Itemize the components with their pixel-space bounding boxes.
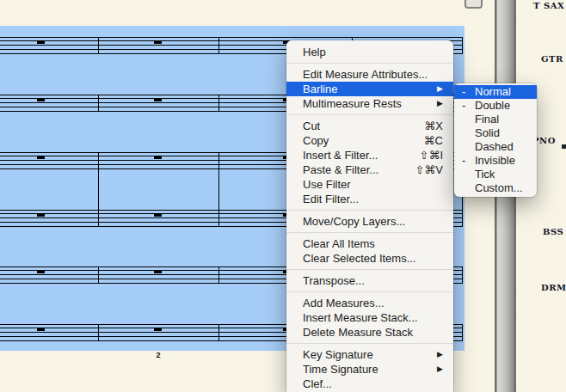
menu-item-label: Time Signature <box>303 362 428 377</box>
submenu-item-normal[interactable]: -Normal <box>454 85 537 99</box>
menu-item-label: Transpose... <box>303 273 443 288</box>
barline-state-dash: - <box>462 85 475 99</box>
menu-item-label: Clear All Items <box>303 236 443 251</box>
menu-item-edit-measure-attributes[interactable]: Edit Measure Attributes... <box>286 67 453 82</box>
menu-item-copy[interactable]: Copy⌘C <box>286 133 453 148</box>
barline-state-dash: - <box>462 154 475 168</box>
menu-separator <box>286 343 453 344</box>
menu-separator <box>286 269 453 270</box>
menu-item-shortcut: ⇧⌘I <box>419 148 443 162</box>
menu-item-label: Help <box>303 45 443 59</box>
submenu-item-solid[interactable]: Solid <box>454 126 537 140</box>
instrument-label-gtr: GTR <box>541 54 563 64</box>
menu-item-edit-filter[interactable]: Edit Filter... <box>286 192 453 206</box>
menu-item-label: Add Measures... <box>303 296 443 310</box>
menu-item-label: Key Signature <box>303 347 428 362</box>
menu-item-clef[interactable]: Clef... <box>286 377 453 391</box>
partial-control-box[interactable] <box>464 0 483 9</box>
menu-item-shortcut: ⇧⌘V <box>415 162 443 177</box>
submenu-item-invisible[interactable]: -Invisible <box>454 154 537 168</box>
submenu-item-label: Solid <box>475 126 532 140</box>
menu-item-label: Multimeasure Rests <box>303 96 428 111</box>
menu-item-label: Insert & Filter... <box>303 148 410 162</box>
instrument-label-bss: BSS <box>543 227 563 236</box>
submenu-item-label: Dashed <box>475 140 532 154</box>
menu-item-transpose[interactable]: Transpose... <box>286 273 453 288</box>
submenu-item-final[interactable]: Final <box>454 113 537 126</box>
menu-item-delete-measure-stack[interactable]: Delete Measure Stack <box>286 325 453 340</box>
menu-item-help[interactable]: Help <box>286 45 453 59</box>
menu-separator <box>286 232 453 233</box>
submenu-item-label: Final <box>475 113 532 126</box>
menu-item-label: Barline <box>303 82 428 96</box>
menu-item-time-signature[interactable]: Time Signature▶ <box>286 362 453 377</box>
menu-item-insert-filter[interactable]: Insert & Filter...⇧⌘I <box>286 148 453 162</box>
submenu-item-label: Tick <box>475 168 532 181</box>
submenu-item-label: Double <box>475 99 532 113</box>
menu-item-clear-selected-items[interactable]: Clear Selected Items... <box>286 251 453 266</box>
menu-item-shortcut: ⌘C <box>424 133 443 148</box>
menu-item-label: Delete Measure Stack <box>303 325 443 340</box>
barline-state-dash: - <box>462 99 475 113</box>
instrument-label-t-sax: T SAX <box>533 1 564 10</box>
submenu-arrow-icon: ▶ <box>437 362 443 377</box>
menu-item-clear-all-items[interactable]: Clear All Items <box>286 236 453 251</box>
submenu-item-dashed[interactable]: Dashed <box>454 140 537 154</box>
menu-item-barline[interactable]: Barline▶ <box>286 82 453 96</box>
menu-item-use-filter[interactable]: Use Filter <box>286 177 453 192</box>
menu-separator <box>286 291 453 292</box>
submenu-item-label: Normal <box>475 85 532 99</box>
menu-item-cut[interactable]: Cut⌘X <box>286 119 453 133</box>
instrument-label-drm: DRM <box>541 283 566 292</box>
menu-separator <box>286 210 453 211</box>
piano-brace: { <box>551 101 566 187</box>
menu-item-label: Clef... <box>303 377 443 391</box>
submenu-arrow-icon: ▶ <box>437 96 443 111</box>
submenu-item-custom[interactable]: Custom... <box>454 181 537 195</box>
menu-separator <box>286 63 453 64</box>
menu-item-label: Cut <box>303 119 415 133</box>
menu-item-label: Edit Measure Attributes... <box>303 67 443 82</box>
submenu-arrow-icon: ▶ <box>437 82 443 96</box>
menu-item-label: Insert Measure Stack... <box>303 310 443 325</box>
menu-item-label: Edit Filter... <box>303 192 443 206</box>
menu-item-multimeasure-rests[interactable]: Multimeasure Rests▶ <box>286 96 453 111</box>
menu-item-label: Copy <box>303 133 415 148</box>
menu-item-label: Paste & Filter... <box>303 162 406 177</box>
notation-app-window: 2 T SAXGTRPNOBSSDRM { HelpEdit Measure A… <box>0 0 566 392</box>
submenu-item-label: Custom... <box>475 181 532 195</box>
menu-item-insert-measure-stack[interactable]: Insert Measure Stack... <box>286 310 453 325</box>
menu-item-add-measures[interactable]: Add Measures... <box>286 296 453 310</box>
context-menu: HelpEdit Measure Attributes...Barline▶Mu… <box>286 40 453 392</box>
submenu-item-label: Invisible <box>475 154 532 168</box>
menu-item-shortcut: ⌘X <box>424 119 443 133</box>
submenu-item-double[interactable]: -Double <box>454 99 537 113</box>
submenu-item-tick[interactable]: Tick <box>454 168 537 181</box>
menu-item-label: Move/Copy Layers... <box>303 214 443 229</box>
menu-item-paste-filter[interactable]: Paste & Filter...⇧⌘V <box>286 162 453 177</box>
menu-item-move-copy-layers[interactable]: Move/Copy Layers... <box>286 214 453 229</box>
menu-separator <box>286 114 453 115</box>
menu-item-label: Clear Selected Items... <box>303 251 443 266</box>
submenu-arrow-icon: ▶ <box>437 347 443 362</box>
barline-submenu: -Normal-DoubleFinalSolidDashed-Invisible… <box>454 83 537 197</box>
menu-item-label: Use Filter <box>303 177 443 192</box>
measure-number: 2 <box>153 351 163 359</box>
menu-item-key-signature[interactable]: Key Signature▶ <box>286 347 453 362</box>
